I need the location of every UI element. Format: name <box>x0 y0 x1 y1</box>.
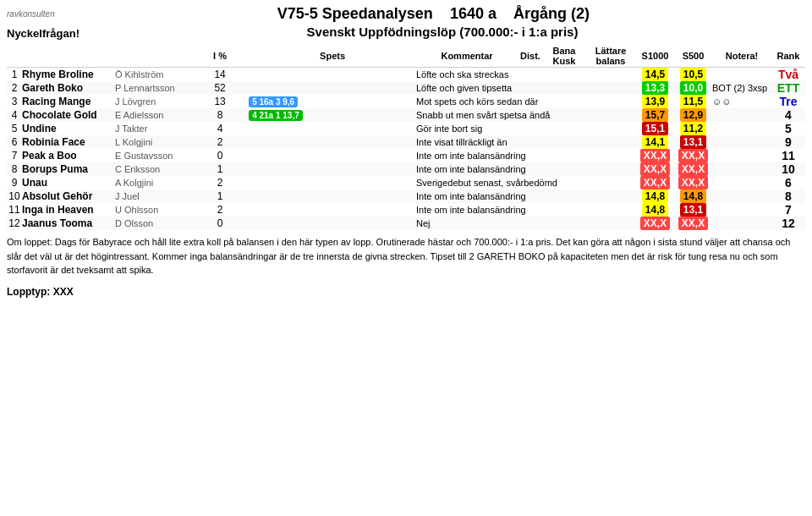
row-pct: 1 <box>191 189 249 203</box>
row-badge <box>249 81 416 95</box>
row-pos: 3 <box>7 95 22 108</box>
col-bana: Bana Kusk <box>543 45 585 68</box>
row-notera <box>712 217 771 230</box>
nyckel-label: Nyckelfrågan! <box>7 27 80 40</box>
row-trainer: A Kolgjini <box>115 176 191 189</box>
row-horse: Jaanus Tooma <box>22 217 115 230</box>
row-notera <box>712 149 771 162</box>
row-rank: Två <box>771 68 805 82</box>
row-comment: Gör inte bort sig <box>416 122 636 135</box>
row-s500: 13,1 <box>674 135 712 149</box>
row-s500: 11,5 <box>674 95 712 108</box>
table-row: 4Chocolate GoldE Adielsson84 21a 1 13,7S… <box>7 108 805 122</box>
row-pos: 7 <box>7 149 22 162</box>
row-rank: 7 <box>771 203 805 217</box>
col-s1000: S1000 <box>636 45 674 68</box>
row-badge <box>249 203 416 217</box>
table-row: 3Racing MangeJ Lövgren135 16a 3 9,6Mot s… <box>7 95 805 108</box>
col-ipct: I % <box>191 45 249 68</box>
row-pos: 2 <box>7 81 22 95</box>
row-pct: 0 <box>191 217 249 230</box>
row-notera <box>712 203 771 217</box>
row-pos: 5 <box>7 122 22 135</box>
column-headers: I % Spets Kommentar Dist. Bana Kusk Lätt… <box>7 45 805 68</box>
row-notera: BOT (2) 3xsp <box>712 81 771 95</box>
row-pct: 2 <box>191 176 249 189</box>
row-pct: 1 <box>191 162 249 176</box>
row-horse: Borups Puma <box>22 162 115 176</box>
row-pct: 8 <box>191 108 249 122</box>
row-comment: Inte om inte balansändring <box>416 189 636 203</box>
row-badge: 4 21a 1 13,7 <box>249 108 416 122</box>
row-rank: 12 <box>771 217 805 230</box>
row-rank: 9 <box>771 135 805 149</box>
row-notera <box>712 68 771 82</box>
row-notera <box>712 189 771 203</box>
row-trainer: C Eriksson <box>115 162 191 176</box>
row-horse: Inga in Heaven <box>22 203 115 217</box>
row-pct: 4 <box>191 122 249 135</box>
row-rank: ETT <box>771 81 805 95</box>
row-badge <box>249 149 416 162</box>
row-s1000: XX,X <box>636 162 674 176</box>
row-notera <box>712 176 771 189</box>
row-s1000: 14,8 <box>636 203 674 217</box>
col-s500: S500 <box>674 45 712 68</box>
row-s500: XX,X <box>674 149 712 162</box>
row-s1000: 14,5 <box>636 68 674 82</box>
row-s500: 14,8 <box>674 189 712 203</box>
row-s1000: 15,1 <box>636 122 674 135</box>
row-trainer: P Lennartsson <box>115 81 191 95</box>
col-rank: Rank <box>771 45 805 68</box>
row-pct: 2 <box>191 135 249 149</box>
col-pos <box>7 45 22 68</box>
subtitle: Svenskt Uppfödningslöp (700.000:- i 1:a … <box>80 25 805 39</box>
footer-text: Om loppet: Dags för Babyrace och håll li… <box>7 235 805 277</box>
row-notera <box>712 135 771 149</box>
row-notera: ☺☺ <box>712 95 771 108</box>
row-pos: 4 <box>7 108 22 122</box>
row-pos: 1 <box>7 68 22 82</box>
col-horse <box>22 45 115 68</box>
row-s500: XX,X <box>674 217 712 230</box>
col-trainer <box>115 45 191 68</box>
row-s1000: 15,7 <box>636 108 674 122</box>
row-rank: 5 <box>771 122 805 135</box>
row-badge <box>249 176 416 189</box>
row-notera <box>712 122 771 135</box>
row-rank: 6 <box>771 176 805 189</box>
row-pos: 9 <box>7 176 22 189</box>
row-pos: 10 <box>7 189 22 203</box>
header-section: ravkonsulten V75-5 Speedanalysen 1640 a … <box>7 5 805 42</box>
row-badge <box>249 217 416 230</box>
col-lattare: Lättare balans <box>585 45 636 68</box>
row-trainer: D Olsson <box>115 217 191 230</box>
row-trainer: E Gustavsson <box>115 149 191 162</box>
logo: ravkonsulten <box>7 9 55 19</box>
row-s1000: 14,8 <box>636 189 674 203</box>
row-s500: 12,9 <box>674 108 712 122</box>
row-horse: Absolut Gehör <box>22 189 115 203</box>
row-trainer: J Takter <box>115 122 191 135</box>
row-s500: 11,2 <box>674 122 712 135</box>
row-s500: 10,5 <box>674 68 712 82</box>
row-badge <box>249 68 416 82</box>
row-rank: 10 <box>771 162 805 176</box>
row-horse: Undine <box>22 122 115 135</box>
table-row: 5UndineJ Takter4Gör inte bort sig15,111,… <box>7 122 805 135</box>
row-comment: Sverigedebut senast, svårbedömd <box>416 176 636 189</box>
row-s500: 10,0 <box>674 81 712 95</box>
row-comment: Snabb ut men svårt spetsa ändå <box>416 108 636 122</box>
row-s500: XX,X <box>674 176 712 189</box>
row-horse: Gareth Boko <box>22 81 115 95</box>
row-pos: 12 <box>7 217 22 230</box>
row-comment: Inte om inte balansändring <box>416 162 636 176</box>
col-notera: Notera! <box>712 45 771 68</box>
row-badge <box>249 162 416 176</box>
table-row: 11Inga in HeavenU Ohlsson2Inte om inte b… <box>7 203 805 217</box>
row-horse: Rhyme Broline <box>22 68 115 82</box>
row-horse: Racing Mange <box>22 95 115 108</box>
table-row: 12Jaanus ToomaD Olsson0NejXX,XXX,X12 <box>7 217 805 230</box>
row-pos: 11 <box>7 203 22 217</box>
row-rank: Tre <box>771 95 805 108</box>
